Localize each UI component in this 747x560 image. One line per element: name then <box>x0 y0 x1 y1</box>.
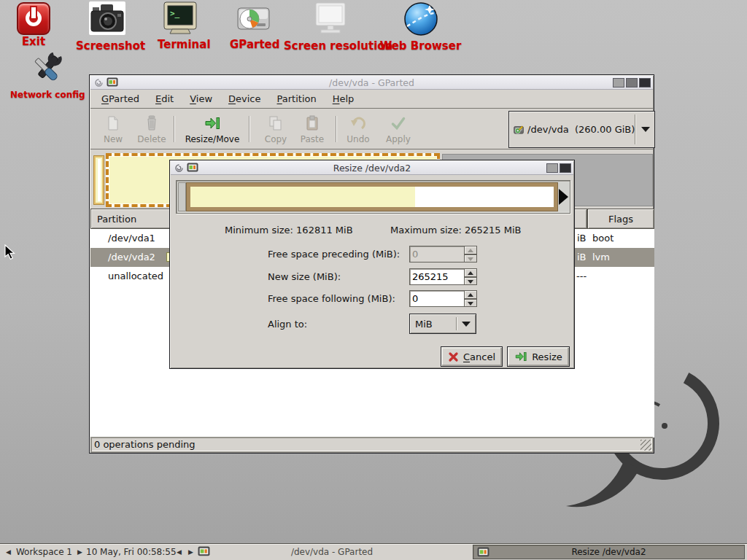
resize-move-icon <box>204 114 221 132</box>
menu-gparted[interactable]: GParted <box>93 90 147 107</box>
minimize-button[interactable] <box>613 78 624 88</box>
free-space-preceding-label: Free space preceding (MiB): <box>268 246 400 262</box>
paste-icon <box>303 114 321 132</box>
delete-button[interactable]: Delete <box>134 111 169 147</box>
desktop-icon-screenshot[interactable]: Screenshot <box>76 1 139 52</box>
icon-label: Web Browser <box>379 39 462 52</box>
new-document-icon <box>104 114 122 132</box>
monitor-icon <box>311 1 349 36</box>
align-to-dropdown[interactable]: MiB <box>409 314 476 334</box>
next-window-arrow[interactable]: ▶ <box>188 548 193 556</box>
icon-label: GParted <box>230 38 276 51</box>
close-button[interactable] <box>560 163 571 173</box>
resize-button[interactable]: Resize <box>507 346 570 367</box>
resize-move-button[interactable]: Resize/Move <box>180 111 244 147</box>
undo-button[interactable]: Undo <box>342 111 374 147</box>
copy-button[interactable]: Copy <box>260 111 292 147</box>
prev-window-arrow[interactable]: ◀ <box>177 548 182 556</box>
align-to-label: Align to: <box>268 316 307 332</box>
minimize-button[interactable] <box>546 163 558 173</box>
dropdown-arrow-icon <box>641 127 650 132</box>
toolbar-separator <box>174 116 175 142</box>
camera-icon <box>88 1 126 36</box>
disk-icon <box>514 122 524 138</box>
spin-up-button[interactable] <box>465 290 477 299</box>
close-button[interactable] <box>639 78 651 88</box>
desktop-icon-exit[interactable]: Exit <box>13 2 54 48</box>
desktop-icon-screen-resolution[interactable]: Screen resolution <box>284 1 377 52</box>
free-space-preceding-spinbox <box>409 246 477 262</box>
pending-operations-status: 0 operations pending <box>94 439 196 450</box>
spin-down-button[interactable] <box>465 277 477 286</box>
menu-device[interactable]: Device <box>220 90 268 107</box>
main-window-titlebar[interactable]: /dev/vda - GParted <box>90 76 653 90</box>
task-button-resize-dialog[interactable]: Resize /dev/vda2 <box>473 545 745 559</box>
tools-icon <box>27 52 66 87</box>
maximize-button[interactable] <box>626 78 638 88</box>
menu-edit[interactable]: Edit <box>147 90 182 107</box>
status-bar: 0 operations pending <box>90 437 653 452</box>
free-space-preceding-input <box>409 246 465 262</box>
new-button[interactable]: New <box>97 111 129 147</box>
menu-partition[interactable]: Partition <box>269 90 325 107</box>
left-resize-handle[interactable] <box>178 182 186 211</box>
cancel-label: Cancel <box>463 351 495 362</box>
toolbar: New Delete Resize/Move Copy Paste Undo A… <box>90 109 653 149</box>
workspace-prev-arrow[interactable]: ◀ <box>6 548 11 556</box>
free-space-following-input[interactable] <box>409 290 465 307</box>
resize-dialog: Resize /dev/vda2 Minimum size: 162811 Mi… <box>169 160 575 369</box>
flags-value: lvm <box>592 248 610 267</box>
icon-label: Network config <box>10 90 83 100</box>
menu-view[interactable]: View <box>182 90 220 107</box>
column-header-flags[interactable]: Flags <box>587 209 654 229</box>
mouse-cursor <box>4 244 15 260</box>
menubar: GParted Edit View Device Partition Help <box>90 90 653 109</box>
spin-down-button <box>465 254 477 263</box>
desktop-icon-network-config[interactable]: Network config <box>10 52 83 100</box>
dialog-titlebar[interactable]: Resize /dev/vda2 <box>171 161 573 175</box>
new-size-label: New size (MiB): <box>268 268 341 285</box>
partition-visual-vda1[interactable] <box>93 155 104 205</box>
apply-button[interactable]: Apply <box>381 111 416 147</box>
trash-icon <box>143 114 160 132</box>
right-arrow-icon <box>559 189 568 205</box>
taskbar: ◀ Workspace 1 ▶ 10 May, Fri 00:58:55 ◀ ▶… <box>0 544 747 560</box>
desktop-icon-web-browser[interactable]: Web Browser <box>379 1 462 52</box>
resize-grip[interactable] <box>640 440 651 451</box>
menu-help[interactable]: Help <box>325 90 363 107</box>
workspace-next-arrow[interactable]: ▶ <box>77 548 82 556</box>
icon-label: Terminal <box>158 38 203 51</box>
apply-check-icon <box>390 114 407 132</box>
clock: 10 May, Fri 00:58:55 <box>86 544 177 560</box>
paste-button[interactable]: Paste <box>295 111 330 147</box>
window-cycle-arrows: ◀ ▶ <box>177 544 193 560</box>
free-space-following-spinbox <box>409 290 477 307</box>
right-resize-handle[interactable] <box>558 182 570 211</box>
partition-name: /dev/vda1 <box>108 229 155 248</box>
cancel-button[interactable]: Cancel <box>441 346 503 367</box>
gparted-disk-icon <box>235 3 271 35</box>
minimum-size-label: Minimum size: 162811 MiB <box>225 225 353 236</box>
resize-slider[interactable] <box>176 180 570 214</box>
device-selector[interactable]: /dev/vda (260.00 GiB) <box>508 111 655 148</box>
terminal-icon: >_ <box>162 1 198 35</box>
new-size-spinbox <box>409 268 477 285</box>
copy-icon <box>267 114 285 132</box>
new-size-input[interactable] <box>409 268 465 285</box>
maximum-size-label: Maximum size: 265215 MiB <box>390 225 521 236</box>
spin-down-button[interactable] <box>465 299 477 308</box>
spin-up-button <box>465 246 477 254</box>
resize-label: Resize <box>532 351 562 362</box>
desktop-icon-gparted[interactable]: GParted <box>230 3 276 51</box>
partition-name: unallocated <box>108 267 163 286</box>
workspace-label: Workspace 1 <box>16 547 72 557</box>
size-partial: --- <box>576 267 587 286</box>
cancel-x-icon <box>448 351 459 362</box>
resize-arrow-icon <box>514 350 527 363</box>
device-selector-value: /dev/vda (260.00 GiB) <box>527 124 635 135</box>
undo-icon <box>349 114 367 132</box>
task-button-gparted[interactable]: /dev/vda - GParted <box>194 545 470 559</box>
partition-extent <box>186 182 558 211</box>
desktop-icon-terminal[interactable]: >_ Terminal <box>158 1 203 51</box>
spin-up-button[interactable] <box>465 268 477 277</box>
